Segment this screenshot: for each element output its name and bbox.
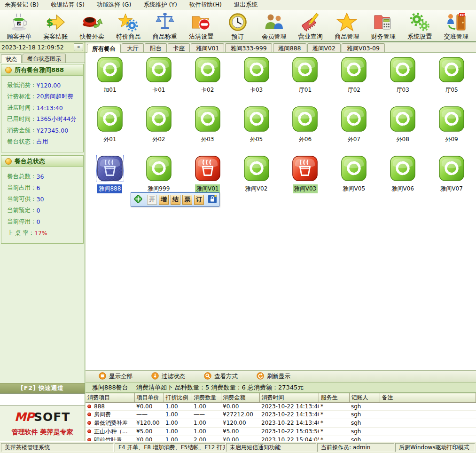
- dining-table[interactable]: 雅间V06: [378, 155, 427, 205]
- dining-table[interactable]: 外08: [378, 106, 427, 155]
- dining-table[interactable]: 雅间V03: [281, 155, 330, 205]
- action-button-show-all[interactable]: 显示全部: [99, 372, 133, 381]
- action-button-filter-state[interactable]: 过滤状态: [151, 372, 185, 381]
- column-header[interactable]: 备注: [380, 393, 476, 403]
- shift-exit-icon: EXIT: [446, 12, 467, 32]
- toolbar-button-soldout-folder[interactable]: 沽清设置: [183, 11, 220, 41]
- toolbar-button-scale[interactable]: 商品称重: [147, 11, 183, 41]
- room-tab[interactable]: 所有餐台: [87, 44, 121, 53]
- panel-row: 计费标准：20房间超时费: [1, 91, 83, 102]
- consumption-row[interactable]: 最低消费补差¥120.001.001.00¥120.002023-10-22 1…: [86, 419, 476, 427]
- room-tab[interactable]: 雅间888: [273, 43, 306, 52]
- action-button-view-mode[interactable]: 查看方式: [204, 372, 238, 381]
- dining-table[interactable]: 外01: [86, 106, 134, 155]
- sidebar-collapse-button[interactable]: «: [74, 43, 83, 51]
- toolbar-button-dollar-arrow[interactable]: $宾客结账: [38, 11, 74, 41]
- toolbar-button-star[interactable]: 商品管理: [329, 11, 366, 41]
- mini-action-button[interactable]: 增: [159, 195, 169, 205]
- dining-table[interactable]: 外05: [232, 106, 281, 155]
- dining-table[interactable]: 厅05: [427, 56, 476, 106]
- dining-table[interactable]: 外07: [329, 106, 378, 155]
- panel-row-label: 餐台总数：: [7, 173, 37, 181]
- mini-action-button[interactable]: 订: [194, 195, 204, 205]
- consumption-cell: 1.00: [164, 419, 192, 427]
- logo-mp: MP: [15, 410, 34, 424]
- mini-action-button[interactable]: 票: [182, 195, 192, 205]
- column-header[interactable]: 消费时间: [259, 393, 319, 403]
- main-toolbar: W顾客开单$宾客结账快餐外卖特价商品商品称重沽清设置预订会员管理营业查询商品管理…: [0, 10, 476, 42]
- dining-table-icon-free: [341, 106, 367, 132]
- dining-table-label: 卡02: [200, 86, 215, 95]
- toolbar-button-gears[interactable]: 系统设置: [402, 11, 438, 41]
- toolbar-button-business-query[interactable]: 营业查询: [292, 11, 329, 41]
- menu-item[interactable]: 来宾登记 (B): [5, 1, 39, 9]
- consumption-row[interactable]: 明前竹叶青...¥0.001.002.00¥0.002023-10-22 15:…: [86, 436, 476, 441]
- toolbar-button-teacup[interactable]: W顾客开单: [1, 11, 38, 41]
- dining-table[interactable]: 厅01: [281, 56, 330, 106]
- dining-table[interactable]: 卡02: [183, 56, 232, 106]
- mini-action-button[interactable]: 结: [171, 195, 180, 205]
- dining-table[interactable]: 卡01: [134, 56, 183, 106]
- room-tab[interactable]: 雅间V03-09: [342, 43, 385, 52]
- consumption-cell: 2023-10-22 14:13:40: [259, 403, 319, 411]
- room-tab[interactable]: 阳台: [145, 43, 167, 52]
- room-tab[interactable]: 大厅: [122, 43, 144, 52]
- row-bullet-icon: [87, 413, 91, 416]
- menu-item[interactable]: 系统维护 (Y): [143, 1, 177, 9]
- room-tab[interactable]: 卡座: [168, 43, 190, 52]
- dining-table-icon-free: [341, 155, 367, 182]
- column-header[interactable]: 服务生: [319, 393, 349, 403]
- consumption-row[interactable]: 888¥0.001.001.00¥0.002023-10-22 14:13:40…: [86, 403, 476, 411]
- dining-table[interactable]: 厅02: [329, 56, 378, 106]
- action-button-refresh[interactable]: 刷新显示: [257, 372, 290, 381]
- dining-table[interactable]: 外06: [281, 106, 330, 155]
- toolbar-button-finance-folder[interactable]: 财务管理: [365, 11, 402, 41]
- toolbar-button-takeout-coffee[interactable]: 快餐外卖: [74, 11, 110, 41]
- column-header[interactable]: 消费数量: [192, 393, 221, 403]
- lock-icon[interactable]: [208, 195, 217, 205]
- consumption-row[interactable]: 正山小种（...¥5.001.001.00¥5.002023-10-22 15:…: [86, 427, 476, 436]
- dining-table[interactable]: 雅间V07: [427, 155, 476, 205]
- dining-table[interactable]: 外03: [183, 106, 232, 155]
- dining-table[interactable]: 外02: [134, 106, 183, 155]
- panel-row-value: ¥120.00: [37, 82, 61, 89]
- menu-item[interactable]: 收银结算 (S): [51, 1, 85, 9]
- sidebar-tab[interactable]: 状态: [1, 54, 22, 63]
- business-query-icon: [300, 12, 321, 32]
- column-header[interactable]: 记账人: [349, 393, 380, 403]
- menu-item[interactable]: 退出系统: [234, 1, 258, 9]
- menu-item[interactable]: 功能选择 (G): [97, 1, 131, 9]
- consumption-row[interactable]: 房间费——1.00——¥27212.002023-10-22 14:13:40*…: [86, 410, 476, 419]
- dining-table[interactable]: 雅间V02: [232, 155, 281, 205]
- column-header[interactable]: 项目单价: [134, 393, 164, 403]
- room-tab[interactable]: 雅间V01: [191, 43, 224, 52]
- svg-text:W: W: [17, 22, 21, 26]
- dining-table[interactable]: 外09: [427, 106, 476, 155]
- room-tab[interactable]: 雅间V02: [307, 43, 341, 52]
- toolbar-button-members[interactable]: 会员管理: [256, 11, 293, 41]
- menu-item[interactable]: 软件帮助(H): [189, 1, 222, 9]
- panel-row-value: 0: [37, 218, 40, 225]
- toolbar-button-clock[interactable]: 预订: [219, 11, 256, 41]
- consumption-cell: ¥0.00: [134, 436, 164, 441]
- room-tab[interactable]: 雅间333-999: [225, 43, 272, 52]
- brand-slogan: 管理软件 美萍是专家: [12, 428, 73, 437]
- consumption-cell: 2.00: [192, 436, 221, 441]
- dining-table-label: 厅02: [346, 86, 362, 95]
- dining-table[interactable]: 厅03: [378, 56, 427, 106]
- dining-table[interactable]: 雅间V05: [329, 155, 378, 205]
- column-header[interactable]: 消费项目: [86, 393, 134, 403]
- dining-table[interactable]: 卡03: [232, 56, 281, 106]
- mini-action-button[interactable]: 开: [147, 195, 157, 205]
- dining-table[interactable]: 雅间888: [86, 155, 134, 205]
- quick-channel-input[interactable]: [0, 393, 85, 405]
- toolbar-button-shift-exit[interactable]: EXIT交班管理: [438, 11, 475, 41]
- sidebar-tab[interactable]: 餐台状态图示: [23, 54, 66, 63]
- dining-table-label: 卡03: [249, 86, 264, 95]
- column-header[interactable]: 打折比例: [164, 393, 192, 403]
- toolbar-button-star-gear[interactable]: 特价商品: [110, 11, 147, 41]
- move-handle-icon[interactable]: [133, 194, 143, 205]
- dining-table[interactable]: 加01: [86, 56, 134, 106]
- column-header[interactable]: 消费金额: [221, 393, 259, 403]
- svg-text:$: $: [46, 16, 53, 28]
